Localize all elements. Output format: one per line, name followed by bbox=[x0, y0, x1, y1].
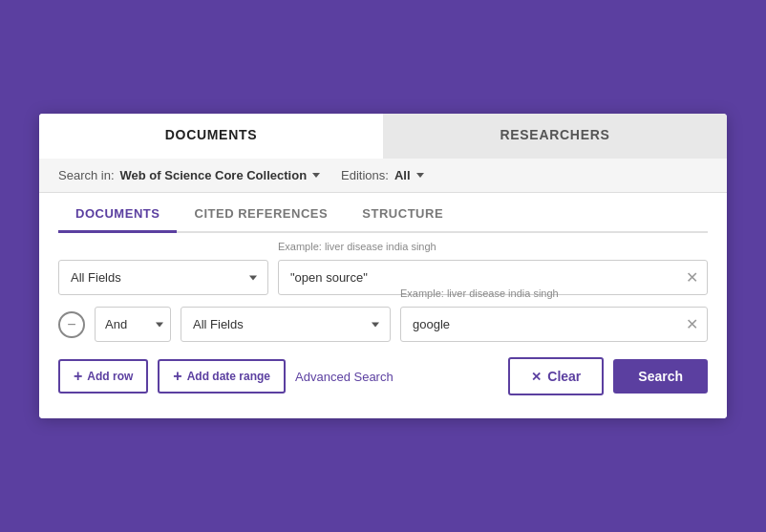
field-select-1[interactable]: All Fields bbox=[58, 260, 268, 295]
search-row-2: − And All Fields Example: liver disease … bbox=[58, 307, 708, 342]
outer-wrapper: DOCUMENTS RESEARCHERS Search in: Web of … bbox=[0, 0, 766, 532]
clear-input-button-1[interactable]: ✕ bbox=[686, 270, 698, 286]
editions-label: Editions: bbox=[341, 168, 389, 182]
search-in-value: Web of Science Core Collection bbox=[120, 168, 308, 182]
search-button[interactable]: Search bbox=[613, 359, 708, 394]
advanced-search-link[interactable]: Advanced Search bbox=[295, 370, 394, 384]
plus-icon-add-date: + bbox=[173, 369, 181, 384]
add-date-range-label: Add date range bbox=[187, 370, 270, 383]
remove-row-button[interactable]: − bbox=[58, 311, 85, 338]
editions-chevron-icon bbox=[416, 173, 424, 178]
clear-button[interactable]: ✕ Clear bbox=[508, 357, 604, 395]
minus-icon: − bbox=[67, 316, 75, 333]
search-in-select[interactable]: Web of Science Core Collection bbox=[120, 168, 321, 182]
text-input-2[interactable] bbox=[400, 307, 708, 342]
search-row-1: All Fields Example: liver disease india … bbox=[58, 260, 708, 295]
search-in-bar: Search in: Web of Science Core Collectio… bbox=[39, 159, 727, 193]
sub-tab-documents[interactable]: DOCUMENTS bbox=[58, 193, 177, 233]
clear-label: Clear bbox=[547, 369, 581, 384]
and-select[interactable]: And bbox=[95, 307, 171, 342]
actions-row: + Add row + Add date range Advanced Sear… bbox=[58, 357, 708, 395]
top-tab-documents[interactable]: DOCUMENTS bbox=[39, 114, 383, 159]
editions-select[interactable]: All bbox=[394, 168, 424, 182]
clear-x-icon: ✕ bbox=[531, 370, 542, 384]
top-tabs: DOCUMENTS RESEARCHERS bbox=[39, 114, 727, 159]
add-row-label: Add row bbox=[87, 370, 133, 383]
example-label-2: Example: liver disease india singh bbox=[400, 287, 559, 299]
add-date-range-button[interactable]: + Add date range bbox=[158, 359, 286, 394]
editions-value: All bbox=[394, 168, 411, 182]
sub-tabs: DOCUMENTS CITED REFERENCES STRUCTURE bbox=[58, 193, 708, 233]
text-input-wrapper-2: Example: liver disease india singh ✕ bbox=[400, 307, 708, 342]
sub-tab-cited-references[interactable]: CITED REFERENCES bbox=[177, 193, 345, 233]
search-in-label: Search in: bbox=[58, 168, 115, 182]
top-tab-researchers[interactable]: RESEARCHERS bbox=[383, 114, 727, 159]
field-select-wrapper-2: All Fields bbox=[181, 307, 391, 342]
field-select-2[interactable]: All Fields bbox=[181, 307, 391, 342]
sub-tab-structure[interactable]: STRUCTURE bbox=[345, 193, 460, 233]
search-in-chevron-icon bbox=[312, 173, 320, 178]
plus-icon-add-row: + bbox=[74, 369, 82, 384]
example-label-1: Example: liver disease india singh bbox=[278, 241, 436, 252]
and-select-wrapper: And bbox=[95, 307, 171, 342]
add-row-button[interactable]: + Add row bbox=[58, 359, 148, 394]
main-content: DOCUMENTS CITED REFERENCES STRUCTURE All… bbox=[39, 193, 727, 418]
main-card: DOCUMENTS RESEARCHERS Search in: Web of … bbox=[39, 114, 727, 418]
field-select-wrapper-1: All Fields bbox=[58, 260, 268, 295]
clear-input-button-2[interactable]: ✕ bbox=[686, 317, 698, 332]
